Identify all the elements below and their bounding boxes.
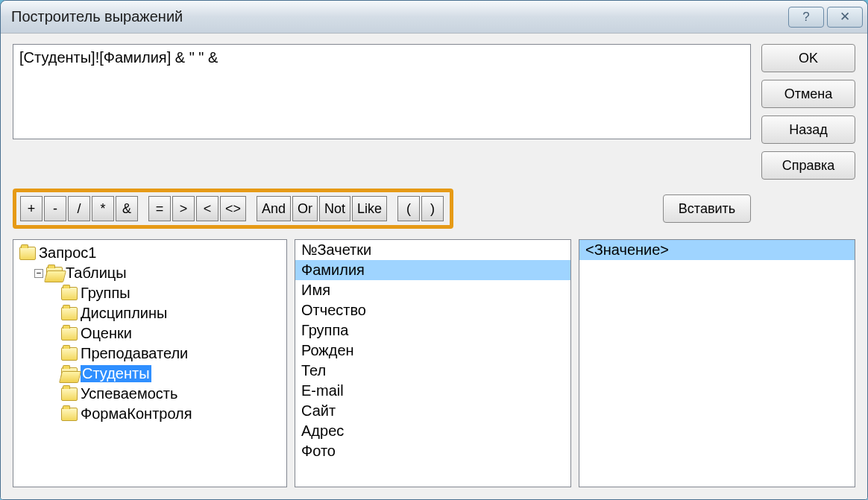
expression-input[interactable] xyxy=(13,44,751,139)
insert-button[interactable]: Вставить xyxy=(663,194,751,223)
tree-item-label: Запрос1 xyxy=(39,244,96,262)
op-and[interactable]: And xyxy=(257,196,291,221)
field-list-item[interactable]: E-mail xyxy=(295,381,570,401)
tree-item-label: Оценки xyxy=(81,325,132,342)
right-buttons: OK Отмена Назад Справка xyxy=(761,44,855,180)
reference-button[interactable]: Справка xyxy=(761,151,855,180)
dialog-content: OK Отмена Назад Справка + - / * & = > < … xyxy=(1,34,867,499)
window-title: Построитель выражений xyxy=(11,8,785,25)
ok-button[interactable]: OK xyxy=(761,44,855,72)
help-titlebar-button[interactable]: ? xyxy=(788,7,824,28)
field-list-item[interactable]: Сайт xyxy=(295,401,570,421)
op-divide[interactable]: / xyxy=(68,196,90,221)
folder-open-icon xyxy=(46,267,63,280)
op-not[interactable]: Not xyxy=(319,196,350,221)
op-equals[interactable]: = xyxy=(148,196,171,221)
tree-table-item[interactable]: Успеваемость xyxy=(18,384,286,404)
folder-icon xyxy=(19,247,36,260)
sources-tree-panel[interactable]: Запрос1−ТаблицыГруппыДисциплиныОценкиПре… xyxy=(13,239,287,487)
op-less[interactable]: < xyxy=(196,196,218,221)
field-list-item[interactable]: Группа xyxy=(295,320,570,341)
op-lparen[interactable]: ( xyxy=(397,196,420,221)
tree-item-label: Студенты xyxy=(81,365,151,382)
folder-icon xyxy=(61,287,78,300)
op-greater[interactable]: > xyxy=(172,196,195,221)
folder-icon xyxy=(61,347,78,361)
tree-tables-node[interactable]: −Таблицы xyxy=(18,263,286,283)
folder-icon xyxy=(61,387,78,401)
folder-icon xyxy=(61,408,78,421)
field-list-item[interactable]: Адрес xyxy=(295,421,570,441)
field-list-item[interactable]: Отчество xyxy=(295,300,570,320)
tree-item-label: ФормаКонтроля xyxy=(81,405,192,423)
tree-item-label: Преподаватели xyxy=(81,345,188,362)
field-list-item[interactable]: Тел xyxy=(295,361,570,381)
tree-table-item[interactable]: Студенты xyxy=(18,364,286,384)
tree-table-item[interactable]: Группы xyxy=(18,283,286,303)
op-rparen[interactable]: ) xyxy=(421,196,444,221)
tree-item-label: Группы xyxy=(81,285,130,302)
tree-item-label: Дисциплины xyxy=(81,305,167,322)
field-list-item[interactable]: Фамилия xyxy=(295,260,570,280)
folder-icon xyxy=(61,367,78,381)
tree-table-item[interactable]: ФормаКонтроля xyxy=(18,404,286,424)
cancel-button[interactable]: Отмена xyxy=(761,80,855,108)
field-list-item[interactable]: Фото xyxy=(295,441,570,461)
tree-table-item[interactable]: Дисциплины xyxy=(18,303,286,323)
folder-icon xyxy=(61,307,78,320)
op-or[interactable]: Or xyxy=(292,196,318,221)
field-list-item[interactable]: №Зачетки xyxy=(295,240,570,260)
tree-table-item[interactable]: Оценки xyxy=(18,323,286,344)
op-ampersand[interactable]: & xyxy=(116,196,138,221)
op-like[interactable]: Like xyxy=(352,196,387,221)
tree-table-item[interactable]: Преподаватели xyxy=(18,344,286,364)
op-notequal[interactable]: <> xyxy=(220,196,246,221)
expression-builder-window: Построитель выражений ? ✕ OK Отмена Наза… xyxy=(0,0,868,500)
field-list-item[interactable]: Рожден xyxy=(295,341,570,361)
titlebar: Построитель выражений ? ✕ xyxy=(1,1,867,34)
folder-icon xyxy=(61,327,78,341)
tree-item-label: Таблицы xyxy=(66,265,127,282)
field-list-item[interactable]: Имя xyxy=(295,280,570,300)
close-titlebar-button[interactable]: ✕ xyxy=(827,7,863,28)
tree-item-label: Успеваемость xyxy=(81,385,177,402)
collapse-icon[interactable]: − xyxy=(34,269,43,278)
operator-toolbar-highlight: + - / * & = > < <> And Or Not Like ( ) xyxy=(13,189,453,229)
fields-list-panel[interactable]: №ЗачеткиФамилияИмяОтчествоГруппаРожденТе… xyxy=(295,239,571,487)
back-button[interactable]: Назад xyxy=(761,115,855,144)
op-plus[interactable]: + xyxy=(20,196,43,221)
value-list-item[interactable]: <Значение> xyxy=(579,240,855,260)
values-list-panel[interactable]: <Значение> xyxy=(579,239,855,487)
op-minus[interactable]: - xyxy=(44,196,66,221)
tree-root-item[interactable]: Запрос1 xyxy=(18,243,286,263)
op-multiply[interactable]: * xyxy=(92,196,114,221)
